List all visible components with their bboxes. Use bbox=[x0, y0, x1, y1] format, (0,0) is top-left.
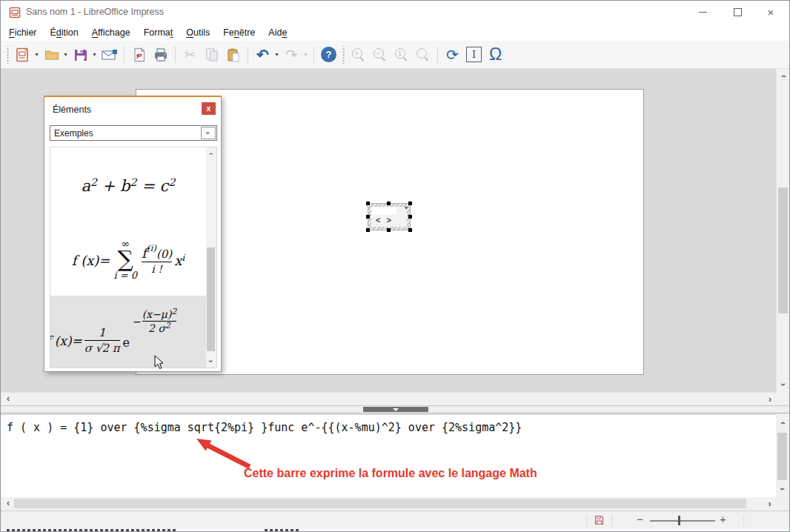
titlebar: Sans nom 1 - LibreOffice Impress × bbox=[1, 1, 789, 24]
scroll-down-icon[interactable]: › bbox=[776, 484, 789, 494]
dialog-title: Éléments bbox=[53, 104, 91, 115]
maximize-icon bbox=[734, 8, 742, 16]
dialog-close-button[interactable]: x bbox=[202, 102, 216, 115]
zoom-100-icon: 1 bbox=[394, 47, 410, 63]
math-command-editor[interactable]: f ( x ) = {1} over {%sigma sqrt{2%pi} }f… bbox=[1, 414, 777, 497]
selection-handle[interactable] bbox=[408, 215, 412, 219]
vertical-scrollbar-thumb[interactable] bbox=[778, 187, 788, 313]
command-hscrollbar-thumb[interactable] bbox=[14, 499, 746, 508]
examples-list: a2 + b2 = c2 f (x)= ∞ ∑ i = 0 f(i)(0) i … bbox=[50, 147, 217, 368]
example-taylor-series[interactable]: f (x)= ∞ ∑ i = 0 f(i)(0) i ! xi bbox=[50, 225, 206, 296]
formula-cursor-button[interactable]: I bbox=[464, 44, 484, 64]
examples-scrollbar[interactable]: › › bbox=[206, 147, 216, 368]
example-gaussian[interactable]: f (x)= 1 σ √2 π e − (x−μ)2 2 σ2 bbox=[50, 296, 206, 368]
scroll-up-icon[interactable]: › bbox=[776, 418, 789, 428]
close-button[interactable]: × bbox=[754, 1, 788, 23]
save-button[interactable] bbox=[70, 44, 90, 64]
view-splitter[interactable] bbox=[1, 405, 789, 413]
zoom-slider-thumb[interactable] bbox=[678, 516, 680, 525]
zoom-slider-track[interactable] bbox=[650, 520, 715, 522]
toolbar-grip[interactable] bbox=[6, 46, 10, 64]
category-dropdown[interactable]: Exemples › bbox=[50, 125, 217, 141]
command-vertical-scrollbar[interactable]: › › bbox=[776, 415, 789, 497]
undo-dropdown[interactable]: ▾ bbox=[273, 44, 280, 64]
menu-aide[interactable]: Aide bbox=[262, 26, 293, 39]
scroll-up-icon[interactable]: › bbox=[206, 149, 216, 159]
formula-cursor-icon: I bbox=[466, 47, 482, 62]
selection-handle[interactable] bbox=[366, 228, 370, 232]
copy-button-disabled[interactable] bbox=[202, 44, 222, 64]
minimize-button[interactable] bbox=[686, 1, 720, 23]
selection-handle[interactable] bbox=[408, 202, 412, 205]
menu-fenetre[interactable]: Fenêtre bbox=[216, 26, 262, 39]
menu-outils[interactable]: Outils bbox=[179, 26, 216, 39]
zoom-previous-button-disabled[interactable] bbox=[413, 44, 433, 64]
horizontal-scrollbar[interactable]: › › bbox=[1, 392, 777, 405]
command-vscrollbar-thumb[interactable] bbox=[777, 433, 787, 480]
toolbar-separator bbox=[175, 47, 176, 63]
menu-fichier[interactable]: Fichier bbox=[2, 26, 44, 39]
dropdown-button[interactable]: › bbox=[201, 127, 216, 139]
scroll-down-icon[interactable]: › bbox=[206, 356, 216, 366]
menu-affichage[interactable]: Affichage bbox=[85, 26, 137, 39]
undo-button[interactable]: ↶ bbox=[253, 44, 273, 64]
selection-handle[interactable] bbox=[366, 215, 370, 219]
open-folder-icon bbox=[44, 47, 60, 63]
elements-dialog: Éléments x Exemples › a2 + b2 = c2 f (x)… bbox=[44, 96, 222, 372]
menu-edition[interactable]: Édition bbox=[44, 26, 85, 39]
zoom-out-icon: − bbox=[372, 47, 388, 63]
document-modified-icon[interactable] bbox=[594, 515, 604, 525]
toolbar: ▾ ▾ ▾ bbox=[1, 41, 789, 69]
selected-formula-object[interactable]: < > ▾ bbox=[368, 203, 411, 230]
annotation-arrow-icon bbox=[190, 436, 257, 470]
splitter-handle[interactable] bbox=[363, 407, 428, 412]
export-pdf-button[interactable] bbox=[129, 44, 149, 64]
zoom-out-button-disabled[interactable]: − bbox=[370, 44, 390, 64]
selection-handle[interactable] bbox=[387, 228, 391, 232]
cut-icon: ✂ bbox=[185, 47, 196, 63]
menu-format[interactable]: Format bbox=[137, 26, 180, 39]
zoom-in-control[interactable]: + bbox=[720, 513, 726, 525]
selection-handle[interactable] bbox=[387, 202, 391, 205]
email-icon bbox=[101, 47, 119, 63]
redo-button-disabled[interactable]: ↷ bbox=[282, 44, 302, 64]
open-button[interactable] bbox=[42, 44, 62, 64]
selection-handle[interactable] bbox=[366, 202, 370, 205]
chevron-down-icon: › bbox=[205, 132, 213, 134]
scroll-up-icon[interactable]: › bbox=[777, 70, 789, 82]
open-dropdown[interactable]: ▾ bbox=[62, 44, 69, 64]
scroll-down-icon[interactable]: › bbox=[777, 379, 789, 390]
save-dropdown[interactable]: ▾ bbox=[91, 44, 98, 64]
scroll-right-icon[interactable]: › bbox=[764, 393, 776, 405]
examples-scrollbar-thumb[interactable] bbox=[207, 247, 215, 351]
toolbar-separator bbox=[437, 47, 438, 63]
example-pythagoras[interactable]: a2 + b2 = c2 bbox=[50, 147, 206, 225]
new-document-dropdown[interactable]: ▾ bbox=[33, 44, 40, 64]
new-presentation-icon bbox=[15, 47, 31, 63]
print-button[interactable] bbox=[150, 44, 170, 64]
save-icon bbox=[73, 47, 89, 63]
redo-dropdown-disabled[interactable]: ▾ bbox=[302, 44, 309, 64]
mouse-cursor bbox=[154, 355, 165, 370]
math-command-text[interactable]: f ( x ) = {1} over {%sigma sqrt{2%pi} }f… bbox=[7, 421, 522, 434]
email-button[interactable] bbox=[99, 44, 119, 64]
toolbar-grip[interactable] bbox=[342, 46, 345, 64]
maximize-button[interactable] bbox=[720, 1, 754, 23]
toolbar-separator bbox=[313, 47, 314, 63]
omega-icon: Ω bbox=[489, 44, 502, 64]
symbols-catalog-button[interactable]: Ω bbox=[485, 44, 505, 64]
scroll-left-icon[interactable]: › bbox=[2, 497, 13, 510]
scroll-right-icon[interactable]: › bbox=[764, 497, 775, 510]
help-button[interactable]: ? bbox=[319, 44, 339, 64]
command-horizontal-scrollbar[interactable]: › › bbox=[1, 497, 777, 510]
update-formula-button[interactable]: ⟳ bbox=[442, 44, 462, 64]
zoom-out-control[interactable]: − bbox=[637, 513, 643, 525]
vertical-scrollbar[interactable]: › › bbox=[776, 69, 789, 392]
zoom-in-button-disabled[interactable]: + bbox=[348, 44, 368, 64]
cut-button-disabled[interactable]: ✂ bbox=[180, 44, 200, 64]
paste-button[interactable] bbox=[223, 44, 243, 64]
new-document-button[interactable] bbox=[13, 44, 33, 64]
selection-handle[interactable] bbox=[408, 228, 412, 232]
zoom-100-button-disabled[interactable]: 1 bbox=[391, 44, 411, 64]
scroll-left-icon[interactable]: › bbox=[2, 393, 14, 405]
